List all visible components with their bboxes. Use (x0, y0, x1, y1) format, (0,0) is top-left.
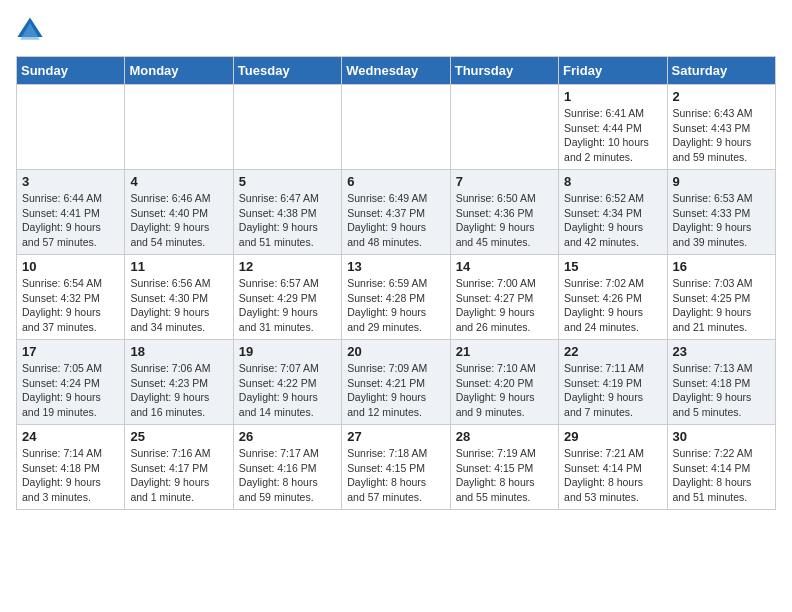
day-number: 12 (239, 259, 336, 274)
calendar-week-row: 24Sunrise: 7:14 AM Sunset: 4:18 PM Dayli… (17, 425, 776, 510)
calendar-cell: 2Sunrise: 6:43 AM Sunset: 4:43 PM Daylig… (667, 85, 775, 170)
day-info: Sunrise: 7:07 AM Sunset: 4:22 PM Dayligh… (239, 361, 336, 420)
day-number: 6 (347, 174, 444, 189)
day-info: Sunrise: 6:52 AM Sunset: 4:34 PM Dayligh… (564, 191, 661, 250)
day-number: 28 (456, 429, 553, 444)
calendar-cell: 27Sunrise: 7:18 AM Sunset: 4:15 PM Dayli… (342, 425, 450, 510)
day-info: Sunrise: 6:44 AM Sunset: 4:41 PM Dayligh… (22, 191, 119, 250)
calendar-cell: 30Sunrise: 7:22 AM Sunset: 4:14 PM Dayli… (667, 425, 775, 510)
day-number: 2 (673, 89, 770, 104)
day-info: Sunrise: 6:41 AM Sunset: 4:44 PM Dayligh… (564, 106, 661, 165)
day-number: 17 (22, 344, 119, 359)
logo-icon (16, 16, 44, 44)
calendar-cell: 5Sunrise: 6:47 AM Sunset: 4:38 PM Daylig… (233, 170, 341, 255)
calendar-cell: 7Sunrise: 6:50 AM Sunset: 4:36 PM Daylig… (450, 170, 558, 255)
calendar-week-row: 10Sunrise: 6:54 AM Sunset: 4:32 PM Dayli… (17, 255, 776, 340)
day-info: Sunrise: 7:21 AM Sunset: 4:14 PM Dayligh… (564, 446, 661, 505)
day-number: 10 (22, 259, 119, 274)
calendar-cell: 11Sunrise: 6:56 AM Sunset: 4:30 PM Dayli… (125, 255, 233, 340)
calendar-table: SundayMondayTuesdayWednesdayThursdayFrid… (16, 56, 776, 510)
day-number: 7 (456, 174, 553, 189)
weekday-header: Sunday (17, 57, 125, 85)
calendar-cell: 23Sunrise: 7:13 AM Sunset: 4:18 PM Dayli… (667, 340, 775, 425)
day-number: 4 (130, 174, 227, 189)
calendar-week-row: 1Sunrise: 6:41 AM Sunset: 4:44 PM Daylig… (17, 85, 776, 170)
day-number: 8 (564, 174, 661, 189)
day-info: Sunrise: 7:10 AM Sunset: 4:20 PM Dayligh… (456, 361, 553, 420)
day-info: Sunrise: 7:17 AM Sunset: 4:16 PM Dayligh… (239, 446, 336, 505)
calendar-cell: 1Sunrise: 6:41 AM Sunset: 4:44 PM Daylig… (559, 85, 667, 170)
day-info: Sunrise: 7:02 AM Sunset: 4:26 PM Dayligh… (564, 276, 661, 335)
calendar-cell (17, 85, 125, 170)
day-number: 16 (673, 259, 770, 274)
day-number: 13 (347, 259, 444, 274)
day-info: Sunrise: 6:54 AM Sunset: 4:32 PM Dayligh… (22, 276, 119, 335)
day-info: Sunrise: 6:56 AM Sunset: 4:30 PM Dayligh… (130, 276, 227, 335)
calendar-cell: 26Sunrise: 7:17 AM Sunset: 4:16 PM Dayli… (233, 425, 341, 510)
calendar-cell: 19Sunrise: 7:07 AM Sunset: 4:22 PM Dayli… (233, 340, 341, 425)
day-info: Sunrise: 6:57 AM Sunset: 4:29 PM Dayligh… (239, 276, 336, 335)
calendar-cell: 4Sunrise: 6:46 AM Sunset: 4:40 PM Daylig… (125, 170, 233, 255)
day-info: Sunrise: 7:05 AM Sunset: 4:24 PM Dayligh… (22, 361, 119, 420)
weekday-header: Saturday (667, 57, 775, 85)
day-info: Sunrise: 7:03 AM Sunset: 4:25 PM Dayligh… (673, 276, 770, 335)
calendar-cell: 14Sunrise: 7:00 AM Sunset: 4:27 PM Dayli… (450, 255, 558, 340)
calendar-cell: 17Sunrise: 7:05 AM Sunset: 4:24 PM Dayli… (17, 340, 125, 425)
day-number: 29 (564, 429, 661, 444)
day-info: Sunrise: 6:53 AM Sunset: 4:33 PM Dayligh… (673, 191, 770, 250)
day-info: Sunrise: 7:09 AM Sunset: 4:21 PM Dayligh… (347, 361, 444, 420)
day-info: Sunrise: 7:18 AM Sunset: 4:15 PM Dayligh… (347, 446, 444, 505)
day-number: 27 (347, 429, 444, 444)
day-number: 21 (456, 344, 553, 359)
day-number: 20 (347, 344, 444, 359)
page-header (16, 16, 776, 44)
calendar-cell: 22Sunrise: 7:11 AM Sunset: 4:19 PM Dayli… (559, 340, 667, 425)
day-number: 15 (564, 259, 661, 274)
weekday-header: Tuesday (233, 57, 341, 85)
day-number: 23 (673, 344, 770, 359)
weekday-header: Friday (559, 57, 667, 85)
day-number: 19 (239, 344, 336, 359)
calendar-cell: 20Sunrise: 7:09 AM Sunset: 4:21 PM Dayli… (342, 340, 450, 425)
day-info: Sunrise: 6:47 AM Sunset: 4:38 PM Dayligh… (239, 191, 336, 250)
day-number: 30 (673, 429, 770, 444)
day-info: Sunrise: 6:49 AM Sunset: 4:37 PM Dayligh… (347, 191, 444, 250)
day-info: Sunrise: 6:59 AM Sunset: 4:28 PM Dayligh… (347, 276, 444, 335)
weekday-header: Wednesday (342, 57, 450, 85)
weekday-header: Monday (125, 57, 233, 85)
day-info: Sunrise: 6:50 AM Sunset: 4:36 PM Dayligh… (456, 191, 553, 250)
calendar-cell: 9Sunrise: 6:53 AM Sunset: 4:33 PM Daylig… (667, 170, 775, 255)
weekday-header: Thursday (450, 57, 558, 85)
calendar-cell (450, 85, 558, 170)
weekday-header-row: SundayMondayTuesdayWednesdayThursdayFrid… (17, 57, 776, 85)
calendar-cell: 16Sunrise: 7:03 AM Sunset: 4:25 PM Dayli… (667, 255, 775, 340)
calendar-cell: 15Sunrise: 7:02 AM Sunset: 4:26 PM Dayli… (559, 255, 667, 340)
day-number: 18 (130, 344, 227, 359)
day-info: Sunrise: 7:00 AM Sunset: 4:27 PM Dayligh… (456, 276, 553, 335)
day-info: Sunrise: 7:14 AM Sunset: 4:18 PM Dayligh… (22, 446, 119, 505)
calendar-week-row: 3Sunrise: 6:44 AM Sunset: 4:41 PM Daylig… (17, 170, 776, 255)
calendar-week-row: 17Sunrise: 7:05 AM Sunset: 4:24 PM Dayli… (17, 340, 776, 425)
day-info: Sunrise: 7:11 AM Sunset: 4:19 PM Dayligh… (564, 361, 661, 420)
calendar-cell: 8Sunrise: 6:52 AM Sunset: 4:34 PM Daylig… (559, 170, 667, 255)
calendar-cell: 24Sunrise: 7:14 AM Sunset: 4:18 PM Dayli… (17, 425, 125, 510)
logo (16, 16, 48, 44)
calendar-cell: 6Sunrise: 6:49 AM Sunset: 4:37 PM Daylig… (342, 170, 450, 255)
day-info: Sunrise: 7:06 AM Sunset: 4:23 PM Dayligh… (130, 361, 227, 420)
calendar-cell (233, 85, 341, 170)
day-number: 25 (130, 429, 227, 444)
calendar-cell: 25Sunrise: 7:16 AM Sunset: 4:17 PM Dayli… (125, 425, 233, 510)
day-number: 14 (456, 259, 553, 274)
day-info: Sunrise: 7:22 AM Sunset: 4:14 PM Dayligh… (673, 446, 770, 505)
calendar-cell (342, 85, 450, 170)
day-number: 24 (22, 429, 119, 444)
day-number: 26 (239, 429, 336, 444)
calendar-cell: 10Sunrise: 6:54 AM Sunset: 4:32 PM Dayli… (17, 255, 125, 340)
calendar-cell: 18Sunrise: 7:06 AM Sunset: 4:23 PM Dayli… (125, 340, 233, 425)
calendar-cell: 3Sunrise: 6:44 AM Sunset: 4:41 PM Daylig… (17, 170, 125, 255)
day-info: Sunrise: 7:19 AM Sunset: 4:15 PM Dayligh… (456, 446, 553, 505)
day-info: Sunrise: 6:43 AM Sunset: 4:43 PM Dayligh… (673, 106, 770, 165)
calendar-cell: 13Sunrise: 6:59 AM Sunset: 4:28 PM Dayli… (342, 255, 450, 340)
day-info: Sunrise: 6:46 AM Sunset: 4:40 PM Dayligh… (130, 191, 227, 250)
day-number: 1 (564, 89, 661, 104)
